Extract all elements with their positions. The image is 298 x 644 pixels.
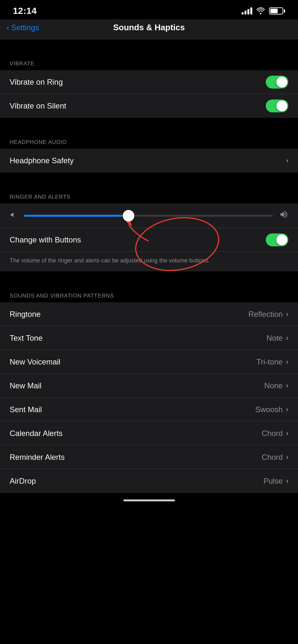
svg-point-0 [260,13,262,14]
new-voicemail-label: New Voicemail [10,357,60,366]
headphone-section-header: HEADPHONE AUDIO [0,132,298,149]
home-indicator [123,499,175,501]
new-mail-row[interactable]: New Mail None › [0,374,298,398]
calendar-alerts-value: Chord [262,429,283,438]
signal-bars-icon [242,7,252,14]
status-time: 12:14 [13,6,37,16]
text-tone-chevron-icon: › [286,334,288,342]
ringtone-row[interactable]: Ringtone Reflection › [0,302,298,326]
headphone-safety-row[interactable]: Headphone Safety › [0,149,298,173]
ringer-separator [0,173,298,187]
page-title: Sounds & Haptics [113,23,185,33]
vibrate-separator [0,39,298,53]
sent-mail-label: Sent Mail [10,405,42,414]
headphone-safety-chevron-icon: › [286,156,288,165]
reminder-alerts-chevron-icon: › [286,453,288,461]
volume-low-icon [10,211,17,221]
slider-thumb[interactable] [123,210,134,222]
back-label: Settings [11,23,39,32]
new-voicemail-row[interactable]: New Voicemail Tri-tone › [0,350,298,374]
reminder-alerts-label: Reminder Alerts [10,453,65,462]
text-tone-row[interactable]: Text Tone Note › [0,326,298,350]
change-with-buttons-row[interactable]: Change with Buttons [0,228,298,252]
ringer-group: Change with Buttons The volume of the ri… [0,204,298,271]
sent-mail-value: Swoosh [255,405,283,414]
reminder-alerts-row[interactable]: Reminder Alerts Chord › [0,445,298,469]
status-icons [242,7,285,14]
sounds-group: Ringtone Reflection › Text Tone Note › N… [0,302,298,493]
new-mail-value: None [264,381,283,390]
sent-mail-row[interactable]: Sent Mail Swoosh › [0,398,298,421]
vibrate-label: VIBRATE [10,61,34,67]
ringtone-label: Ringtone [10,310,41,319]
headphone-group: Headphone Safety › [0,149,298,173]
airdrop-value: Pulse [264,477,283,486]
helper-text-row: The volume of the ringer and alerts can … [0,252,298,271]
new-mail-chevron-icon: › [286,382,288,390]
slider-fill [24,215,129,217]
sounds-separator [0,271,298,286]
text-tone-value: Note [266,334,283,343]
ringer-section-header: RINGER AND ALERTS [0,187,298,204]
airdrop-row[interactable]: AirDrop Pulse › [0,469,298,493]
sounds-section-header: SOUNDS AND VIBRATION PATTERNS [0,286,298,302]
ringtone-chevron-icon: › [286,310,288,318]
reminder-alerts-value: Chord [262,453,283,462]
home-indicator-area [0,493,298,506]
new-mail-label: New Mail [10,381,42,390]
vibrate-on-ring-label: Vibrate on Ring [10,78,63,87]
calendar-alerts-chevron-icon: › [286,429,288,438]
airdrop-label: AirDrop [10,477,36,486]
ringer-label: RINGER AND ALERTS [10,194,71,200]
back-button[interactable]: ‹ Settings [6,23,39,32]
headphone-label: HEADPHONE AUDIO [10,139,67,145]
vibrate-on-silent-toggle[interactable] [266,99,288,112]
vibrate-section-header: VIBRATE [0,53,298,70]
airdrop-chevron-icon: › [286,477,288,485]
vibrate-on-ring-toggle[interactable] [266,76,288,89]
sounds-label: SOUNDS AND VIBRATION PATTERNS [10,293,114,299]
headphone-separator [0,118,298,132]
status-bar: 12:14 [0,0,298,19]
calendar-alerts-label: Calendar Alerts [10,429,62,438]
sent-mail-chevron-icon: › [286,405,288,414]
calendar-alerts-row[interactable]: Calendar Alerts Chord › [0,421,298,445]
slider-track[interactable] [24,215,273,217]
slider-container [10,210,288,221]
vibrate-on-silent-label: Vibrate on Silent [10,101,66,110]
back-chevron-icon: ‹ [6,24,9,32]
change-with-buttons-label: Change with Buttons [10,235,81,244]
headphone-safety-right: › [286,156,288,165]
vibrate-group: Vibrate on Ring Vibrate on Silent [0,70,298,118]
headphone-safety-label: Headphone Safety [10,156,74,165]
new-voicemail-chevron-icon: › [286,358,288,366]
battery-icon [269,7,285,14]
ringtone-value: Reflection [248,310,283,319]
volume-high-icon [279,210,288,221]
vibrate-on-ring-row[interactable]: Vibrate on Ring [0,70,298,94]
nav-header: ‹ Settings Sounds & Haptics [0,19,298,39]
new-voicemail-value: Tri-tone [256,357,283,366]
volume-slider-row[interactable] [0,204,298,228]
vibrate-on-silent-row[interactable]: Vibrate on Silent [0,94,298,118]
text-tone-label: Text Tone [10,334,43,343]
helper-text: The volume of the ringer and alerts can … [10,257,210,264]
wifi-icon [256,7,265,14]
change-with-buttons-toggle[interactable] [266,233,288,246]
